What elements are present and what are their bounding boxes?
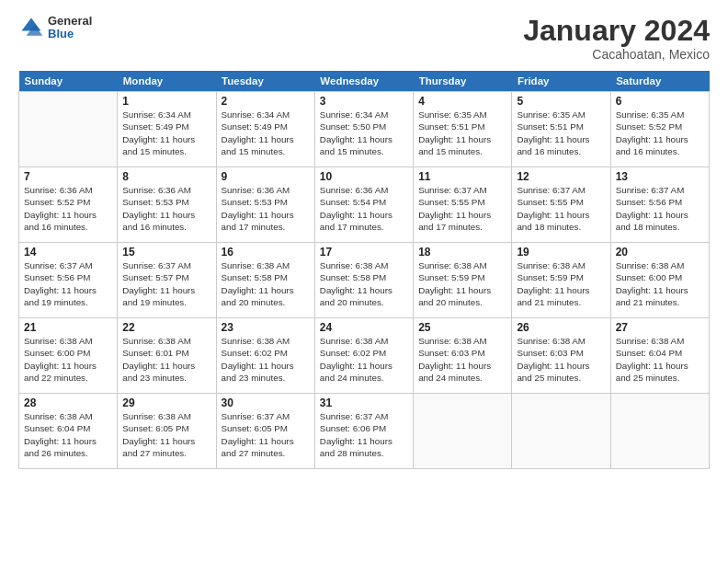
- day-number: 19: [517, 246, 605, 259]
- day-number: 2: [222, 95, 310, 108]
- calendar-cell: 10Sunrise: 6:36 AMSunset: 5:54 PMDayligh…: [314, 167, 413, 243]
- logo-text: General Blue: [48, 15, 92, 41]
- day-number: 23: [222, 321, 310, 334]
- day-info: Sunrise: 6:34 AMSunset: 5:49 PMDaylight:…: [222, 109, 310, 157]
- day-number: 31: [320, 396, 408, 409]
- day-info: Sunrise: 6:34 AMSunset: 5:50 PMDaylight:…: [320, 109, 408, 157]
- calendar-cell: 7Sunrise: 6:36 AMSunset: 5:52 PMDaylight…: [19, 167, 118, 243]
- day-number: 29: [122, 396, 210, 409]
- calendar-cell: 20Sunrise: 6:38 AMSunset: 6:00 PMDayligh…: [610, 243, 709, 318]
- calendar-cell: 5Sunrise: 6:35 AMSunset: 5:51 PMDaylight…: [512, 92, 610, 167]
- logo-general: General: [48, 15, 92, 28]
- day-number: 9: [222, 170, 310, 183]
- calendar-header-row: SundayMondayTuesdayWednesdayThursdayFrid…: [19, 71, 710, 92]
- day-info: Sunrise: 6:35 AMSunset: 5:51 PMDaylight:…: [418, 109, 506, 157]
- day-number: 12: [517, 170, 605, 183]
- day-info: Sunrise: 6:36 AMSunset: 5:53 PMDaylight:…: [122, 184, 210, 233]
- calendar-cell: 11Sunrise: 6:37 AMSunset: 5:55 PMDayligh…: [414, 167, 512, 243]
- calendar-cell: 22Sunrise: 6:38 AMSunset: 6:01 PMDayligh…: [118, 318, 216, 394]
- calendar-cell: 6Sunrise: 6:35 AMSunset: 5:52 PMDaylight…: [610, 92, 709, 167]
- day-info: Sunrise: 6:36 AMSunset: 5:54 PMDaylight:…: [320, 184, 408, 233]
- calendar-cell: 17Sunrise: 6:38 AMSunset: 5:58 PMDayligh…: [314, 243, 413, 318]
- calendar-cell: 29Sunrise: 6:38 AMSunset: 6:05 PMDayligh…: [118, 394, 216, 469]
- calendar: SundayMondayTuesdayWednesdayThursdayFrid…: [18, 71, 710, 469]
- calendar-cell: [512, 394, 610, 469]
- calendar-cell: 1Sunrise: 6:34 AMSunset: 5:49 PMDaylight…: [118, 92, 216, 167]
- day-info: Sunrise: 6:38 AMSunset: 6:05 PMDaylight:…: [122, 410, 210, 459]
- day-number: 26: [517, 321, 605, 334]
- header: General Blue January 2024 Cacahoatan, Me…: [18, 15, 710, 62]
- day-info: Sunrise: 6:38 AMSunset: 6:01 PMDaylight:…: [122, 335, 210, 384]
- day-info: Sunrise: 6:37 AMSunset: 5:56 PMDaylight:…: [24, 259, 112, 308]
- day-info: Sunrise: 6:38 AMSunset: 5:58 PMDaylight:…: [320, 259, 408, 308]
- day-number: 22: [122, 321, 210, 334]
- day-number: 1: [122, 95, 210, 108]
- day-info: Sunrise: 6:38 AMSunset: 6:04 PMDaylight:…: [24, 410, 112, 459]
- day-info: Sunrise: 6:38 AMSunset: 6:00 PMDaylight:…: [24, 335, 112, 384]
- calendar-cell: 23Sunrise: 6:38 AMSunset: 6:02 PMDayligh…: [216, 318, 314, 394]
- day-number: 11: [418, 170, 506, 183]
- day-info: Sunrise: 6:36 AMSunset: 5:53 PMDaylight:…: [222, 184, 310, 233]
- day-info: Sunrise: 6:34 AMSunset: 5:49 PMDaylight:…: [122, 109, 210, 157]
- calendar-cell: [610, 394, 709, 469]
- calendar-cell: 16Sunrise: 6:38 AMSunset: 5:58 PMDayligh…: [216, 243, 314, 318]
- page: General Blue January 2024 Cacahoatan, Me…: [0, 0, 728, 563]
- calendar-header-tuesday: Tuesday: [216, 71, 314, 92]
- calendar-cell: 27Sunrise: 6:38 AMSunset: 6:04 PMDayligh…: [610, 318, 709, 394]
- day-info: Sunrise: 6:37 AMSunset: 5:57 PMDaylight:…: [122, 259, 210, 308]
- calendar-cell: 28Sunrise: 6:38 AMSunset: 6:04 PMDayligh…: [19, 394, 118, 469]
- day-number: 6: [616, 95, 704, 108]
- day-info: Sunrise: 6:38 AMSunset: 5:59 PMDaylight:…: [418, 259, 506, 308]
- calendar-cell: 31Sunrise: 6:37 AMSunset: 6:06 PMDayligh…: [314, 394, 413, 469]
- calendar-cell: 8Sunrise: 6:36 AMSunset: 5:53 PMDaylight…: [118, 167, 216, 243]
- day-number: 28: [24, 396, 112, 409]
- calendar-cell: 14Sunrise: 6:37 AMSunset: 5:56 PMDayligh…: [19, 243, 118, 318]
- calendar-header-saturday: Saturday: [610, 71, 709, 92]
- day-number: 4: [418, 95, 506, 108]
- day-info: Sunrise: 6:38 AMSunset: 6:03 PMDaylight:…: [517, 335, 605, 384]
- day-number: 24: [320, 321, 408, 334]
- day-number: 20: [616, 246, 704, 259]
- calendar-cell: 26Sunrise: 6:38 AMSunset: 6:03 PMDayligh…: [512, 318, 610, 394]
- day-number: 13: [616, 170, 704, 183]
- calendar-cell: 2Sunrise: 6:34 AMSunset: 5:49 PMDaylight…: [216, 92, 314, 167]
- day-number: 27: [616, 321, 704, 334]
- calendar-cell: 3Sunrise: 6:34 AMSunset: 5:50 PMDaylight…: [314, 92, 413, 167]
- calendar-cell: 15Sunrise: 6:37 AMSunset: 5:57 PMDayligh…: [118, 243, 216, 318]
- day-number: 16: [222, 246, 310, 259]
- day-info: Sunrise: 6:37 AMSunset: 5:56 PMDaylight:…: [616, 184, 704, 233]
- day-number: 15: [122, 246, 210, 259]
- day-info: Sunrise: 6:38 AMSunset: 6:02 PMDaylight:…: [320, 335, 408, 384]
- day-info: Sunrise: 6:37 AMSunset: 5:55 PMDaylight:…: [517, 184, 605, 233]
- day-info: Sunrise: 6:38 AMSunset: 6:02 PMDaylight:…: [222, 335, 310, 384]
- month-title: January 2024: [523, 15, 710, 47]
- calendar-header-thursday: Thursday: [414, 71, 512, 92]
- day-info: Sunrise: 6:36 AMSunset: 5:52 PMDaylight:…: [24, 184, 112, 233]
- calendar-cell: 12Sunrise: 6:37 AMSunset: 5:55 PMDayligh…: [512, 167, 610, 243]
- day-info: Sunrise: 6:38 AMSunset: 6:04 PMDaylight:…: [616, 335, 704, 384]
- calendar-week-1: 7Sunrise: 6:36 AMSunset: 5:52 PMDaylight…: [19, 167, 710, 243]
- location: Cacahoatan, Mexico: [523, 47, 710, 62]
- day-number: 21: [24, 321, 112, 334]
- calendar-cell: 4Sunrise: 6:35 AMSunset: 5:51 PMDaylight…: [414, 92, 512, 167]
- calendar-cell: [19, 92, 118, 167]
- calendar-week-3: 21Sunrise: 6:38 AMSunset: 6:00 PMDayligh…: [19, 318, 710, 394]
- calendar-cell: [414, 394, 512, 469]
- calendar-cell: 9Sunrise: 6:36 AMSunset: 5:53 PMDaylight…: [216, 167, 314, 243]
- calendar-cell: 24Sunrise: 6:38 AMSunset: 6:02 PMDayligh…: [314, 318, 413, 394]
- day-number: 18: [418, 246, 506, 259]
- day-info: Sunrise: 6:35 AMSunset: 5:52 PMDaylight:…: [616, 109, 704, 157]
- day-number: 25: [418, 321, 506, 334]
- calendar-cell: 21Sunrise: 6:38 AMSunset: 6:00 PMDayligh…: [19, 318, 118, 394]
- title-block: January 2024 Cacahoatan, Mexico: [523, 15, 710, 62]
- logo-icon: [18, 15, 44, 40]
- calendar-week-4: 28Sunrise: 6:38 AMSunset: 6:04 PMDayligh…: [19, 394, 710, 469]
- calendar-header-friday: Friday: [512, 71, 610, 92]
- day-info: Sunrise: 6:37 AMSunset: 6:06 PMDaylight:…: [320, 410, 408, 459]
- day-number: 30: [222, 396, 310, 409]
- day-number: 14: [24, 246, 112, 259]
- logo-blue: Blue: [48, 28, 92, 40]
- day-info: Sunrise: 6:35 AMSunset: 5:51 PMDaylight:…: [517, 109, 605, 157]
- day-info: Sunrise: 6:37 AMSunset: 6:05 PMDaylight:…: [222, 410, 310, 459]
- day-info: Sunrise: 6:37 AMSunset: 5:55 PMDaylight:…: [418, 184, 506, 233]
